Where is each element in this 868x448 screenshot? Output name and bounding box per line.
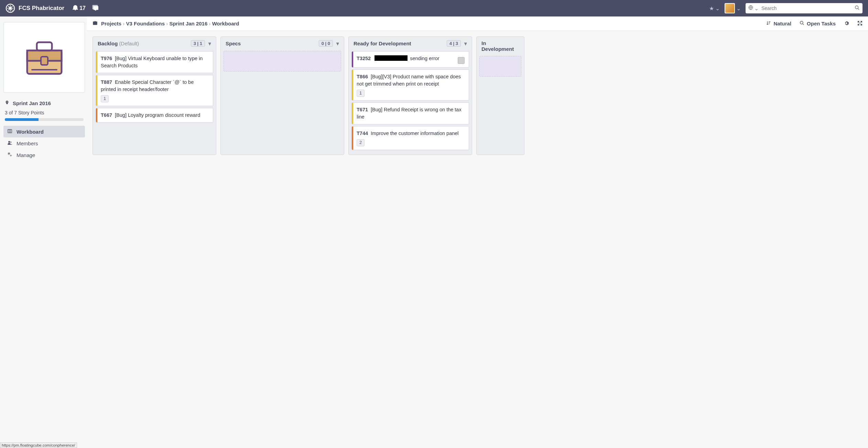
sprint-name-row: Sprint Jan 2016 [3, 100, 85, 110]
column-menu[interactable]: ▾ [336, 41, 339, 47]
sprint-name: Sprint Jan 2016 [13, 100, 51, 106]
sort-label: Natural [773, 21, 791, 26]
crumbs-actions: Natural Open Tasks [766, 21, 862, 27]
column-menu[interactable]: ▾ [208, 41, 211, 47]
search-input[interactable] [761, 5, 855, 11]
points-badge: 1 [357, 90, 365, 97]
crumb-separator: › [207, 21, 212, 26]
sidebar-item-label: Workboard [17, 129, 44, 135]
svg-rect-7 [41, 57, 48, 65]
crumb-separator: › [165, 21, 169, 26]
task-card[interactable]: T744 Improve the customer information pa… [351, 126, 469, 150]
app-header: FCS Phabricator 17 ★ ⌄ ⌄ ⌄ [0, 0, 868, 16]
board-column: Specs 0 | 0 ▾ [220, 36, 344, 155]
search-wrap: ⌄ [746, 3, 862, 13]
notif-count: 17 [79, 5, 86, 11]
board-icon [7, 128, 12, 135]
svg-rect-6 [37, 42, 52, 51]
board-column: Ready for Development 4 | 3 ▾ T3252 send… [348, 36, 472, 155]
column-header: Specs 0 | 0 ▾ [223, 37, 342, 49]
expand-icon [857, 21, 862, 27]
sidebar-item-label: Manage [17, 152, 35, 158]
task-card[interactable]: T667 [Bug] Loyalty program discount rewa… [96, 108, 213, 123]
task-id: T976 [101, 56, 112, 61]
task-title: Improve the customer information panel [371, 131, 459, 136]
svg-rect-9 [8, 130, 11, 133]
task-id: T887 [101, 79, 112, 85]
app-name: FCS Phabricator [19, 5, 64, 12]
search-icon[interactable] [855, 5, 860, 12]
task-id: T866 [357, 74, 368, 79]
crumb-link[interactable]: Workboard [212, 21, 239, 26]
briefcase-icon [20, 33, 68, 81]
user-menu[interactable]: ⌄ [725, 3, 741, 13]
task-card[interactable]: T671 [Bug] Refund Receipt is wrong on th… [351, 102, 469, 124]
points-badge: 2 [357, 139, 365, 146]
task-title: [Bug] Refund Receipt is wrong on the tax… [357, 107, 462, 120]
header-icons: 17 [73, 4, 98, 12]
chat-icon[interactable] [92, 4, 98, 12]
points-badge: 1 [101, 95, 109, 102]
sidebar-item-members[interactable]: Members [3, 137, 85, 149]
chevron-down-icon: ⌄ [715, 5, 720, 12]
board-column: Backlog (Default) 3 | 1 ▾ T976 [Bug] Vir… [93, 36, 216, 155]
app-logo[interactable]: FCS Phabricator [6, 3, 64, 13]
column-header: Ready for Development 4 | 3 ▾ [351, 37, 470, 49]
task-card[interactable]: T866 [Bug][V3] Product name with space d… [351, 69, 469, 101]
breadcrumb: Projects › V3 Foundations › Sprint Jan 2… [93, 21, 239, 27]
svg-point-14 [800, 21, 803, 24]
dropzone[interactable] [224, 51, 341, 71]
task-title: [Bug] Virtual Keyboard unable to type in… [101, 56, 203, 68]
column-title: In Development [481, 40, 519, 52]
filter-button[interactable]: Open Tasks [800, 21, 836, 26]
notifications-button[interactable]: 17 [73, 5, 86, 12]
column-subtitle: (Default) [119, 41, 139, 46]
task-title: sending error [410, 56, 439, 61]
sidebar-item-label: Members [17, 141, 38, 146]
sidebar-item-workboard[interactable]: Workboard [3, 126, 85, 137]
chevron-down-icon: ⌄ [736, 5, 741, 12]
assignee-avatar [458, 57, 465, 64]
task-title: Enable Special Character `@` to be print… [101, 79, 194, 92]
progress-fill [5, 118, 39, 121]
sidebar: Sprint Jan 2016 3 of 7 Story Points Work… [0, 16, 87, 160]
task-id: T3252 [357, 56, 371, 61]
task-card[interactable]: T887 Enable Special Character `@` to be … [96, 75, 213, 106]
crumb-link[interactable]: Sprint Jan 2016 [169, 21, 207, 26]
sort-icon [766, 21, 771, 26]
crumb-link[interactable]: Projects [101, 21, 121, 26]
task-id: T671 [357, 107, 368, 112]
board-column: In Development [476, 36, 524, 155]
column-menu[interactable]: ▾ [464, 41, 467, 47]
svg-point-1 [9, 7, 12, 10]
avatar [725, 3, 735, 13]
fullscreen-button[interactable] [857, 21, 862, 27]
sidebar-item-manage[interactable]: Manage [3, 149, 85, 160]
task-card[interactable]: T976 [Bug] Virtual Keyboard unable to ty… [96, 51, 213, 73]
task-title: [Bug] Loyalty program discount reward [115, 112, 200, 118]
project-card [3, 22, 85, 93]
column-title: Specs [226, 41, 241, 46]
story-points-progress [5, 118, 84, 121]
favorites-menu[interactable]: ★ ⌄ [709, 5, 720, 12]
header-right: ★ ⌄ ⌄ ⌄ [709, 3, 862, 13]
briefcase-icon [93, 21, 98, 27]
task-id: T667 [101, 112, 112, 118]
svg-point-11 [10, 142, 11, 143]
chevron-down-icon: ⌄ [754, 5, 759, 12]
users-icon [7, 140, 12, 146]
crumb-link[interactable]: V3 Foundations [126, 21, 165, 26]
globe-icon [748, 5, 753, 11]
svg-point-13 [10, 155, 11, 156]
search-scope[interactable]: ⌄ [748, 5, 759, 12]
sort-button[interactable]: Natural [766, 21, 791, 26]
column-title: Ready for Development [354, 41, 411, 46]
dropzone[interactable] [479, 56, 521, 77]
column-header: Backlog (Default) 3 | 1 ▾ [95, 37, 214, 49]
task-title: [Bug][V3] Product name with space does n… [357, 74, 461, 87]
task-card[interactable]: T3252 sending error [351, 51, 469, 68]
settings-button[interactable] [844, 21, 849, 27]
search-icon [800, 21, 804, 26]
star-icon: ★ [709, 5, 714, 12]
column-title: Backlog [98, 41, 118, 46]
